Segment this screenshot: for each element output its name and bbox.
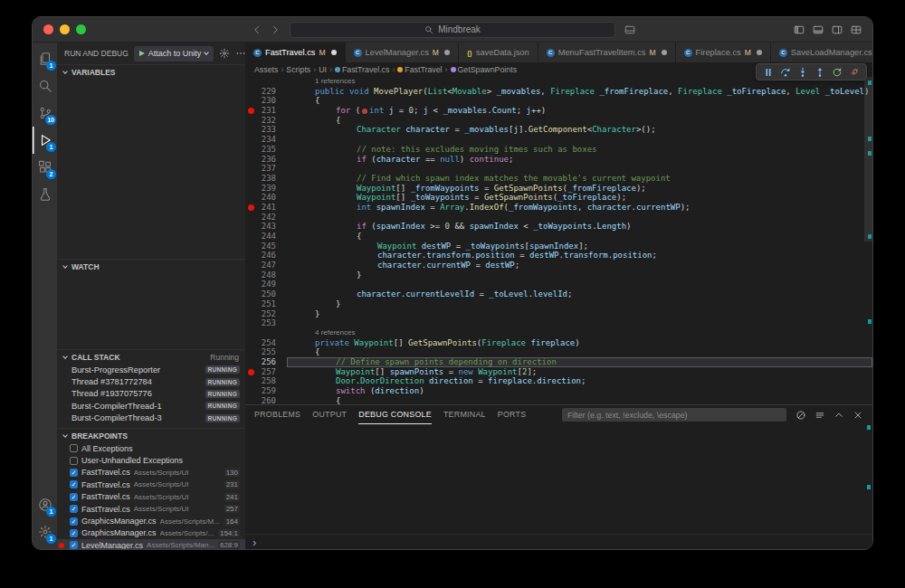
- breakpoint-checkbox[interactable]: [70, 457, 78, 465]
- line-gutter[interactable]: 245: [245, 242, 287, 251]
- line-gutter[interactable]: 251: [245, 299, 287, 309]
- maximize-panel-button-icon[interactable]: [834, 410, 844, 421]
- line-gutter[interactable]: 255: [245, 347, 287, 357]
- step-over-button[interactable]: [780, 67, 791, 78]
- toggle-panel-icon[interactable]: [813, 24, 824, 35]
- call-stack-section-header[interactable]: CALL STACK Running: [57, 350, 245, 364]
- line-gutter[interactable]: 256: [245, 357, 287, 367]
- watch-section-header[interactable]: WATCH: [57, 260, 245, 273]
- breakpoint-checkbox[interactable]: ✓: [70, 517, 78, 526]
- line-gutter[interactable]: 252: [245, 309, 287, 319]
- activity-item-testing[interactable]: [33, 181, 57, 208]
- clear-console-button-icon[interactable]: [795, 410, 806, 421]
- line-gutter[interactable]: 233: [245, 125, 287, 135]
- line-gutter[interactable]: 246: [245, 251, 287, 261]
- code-line-252[interactable]: 252}: [245, 309, 872, 319]
- code-line-230[interactable]: 230{: [245, 96, 872, 106]
- line-gutter[interactable]: 259: [245, 386, 287, 396]
- code-line-245[interactable]: 245Waypoint destWP = _toWaypoints[spawnI…: [245, 242, 872, 251]
- activity-item-run-and-debug[interactable]: 1: [33, 127, 57, 154]
- code-line-234[interactable]: 234: [245, 135, 872, 145]
- command-center-search[interactable]: Mindbreak: [290, 22, 615, 38]
- console-filter-input[interactable]: [562, 408, 786, 422]
- panel-tab-output[interactable]: OUTPUT: [312, 405, 347, 424]
- line-gutter[interactable]: 234: [245, 135, 287, 145]
- breakpoint-checkbox[interactable]: [70, 444, 78, 452]
- restart-button[interactable]: [832, 67, 843, 78]
- line-gutter[interactable]: 240: [245, 193, 287, 203]
- code-line-257[interactable]: 257Waypoint[] spawnPoints = new Waypoint…: [245, 367, 872, 377]
- breakpoint-item[interactable]: ✓FastTravel.csAssets/Scripts/UI231: [57, 479, 245, 490]
- line-gutter[interactable]: 249: [245, 280, 287, 289]
- dirty-dot[interactable]: [331, 50, 337, 55]
- dirty-dot[interactable]: [662, 50, 667, 55]
- line-gutter[interactable]: 232: [245, 116, 287, 126]
- pause-button[interactable]: [763, 67, 774, 78]
- debug-config-dropdown[interactable]: Attach to Unity: [134, 46, 214, 62]
- code-editor[interactable]: 1 references229public void MovePlayer(Li…: [245, 77, 872, 404]
- code-line-240[interactable]: 240Waypoint[] _toWaypoints = GetSpawnPoi…: [245, 193, 872, 203]
- call-stack-thread[interactable]: Burst-CompilerThread-3RUNNING: [57, 413, 245, 424]
- code-line-237[interactable]: 237: [245, 164, 872, 174]
- breakpoint-item[interactable]: ✓FastTravel.csAssets/Scripts/UI241: [57, 491, 245, 503]
- panel-tab-ports[interactable]: PORTS: [498, 405, 527, 424]
- code-line-232[interactable]: 232{: [245, 116, 872, 126]
- breakpoint-item[interactable]: ✓FastTravel.csAssets/Scripts/UI130: [57, 467, 245, 479]
- forward-button[interactable]: [270, 24, 281, 35]
- line-gutter[interactable]: 247: [245, 261, 287, 270]
- line-gutter[interactable]: 243: [245, 222, 287, 232]
- code-line-254[interactable]: 254private Waypoint[] GetSpawnPoints(Fir…: [245, 338, 872, 348]
- breakpoint-item[interactable]: ✓FastTravel.csAssets/Scripts/UI257: [57, 503, 245, 515]
- debug-settings-gear-icon[interactable]: [219, 48, 230, 59]
- code-line-260[interactable]: 260{: [245, 396, 872, 404]
- layout-control-icon[interactable]: [624, 24, 635, 35]
- breakpoint-dot[interactable]: [248, 108, 254, 114]
- close-panel-button-icon[interactable]: [853, 410, 863, 421]
- line-gutter[interactable]: 239: [245, 184, 287, 194]
- activity-item-source-control[interactable]: 10: [33, 100, 57, 127]
- debug-console-output[interactable]: [245, 424, 872, 534]
- breadcrumb-item[interactable]: FastTravel.cs: [335, 65, 389, 74]
- activity-item-manage[interactable]: 1: [33, 518, 57, 545]
- line-gutter[interactable]: 241: [245, 203, 287, 213]
- panel-tab-debug-console[interactable]: DEBUG CONSOLE: [358, 405, 432, 424]
- dirty-dot[interactable]: [444, 50, 450, 55]
- breakpoints-section-header[interactable]: BREAKPOINTS: [57, 429, 245, 442]
- back-button[interactable]: [252, 24, 262, 35]
- line-gutter[interactable]: 235: [245, 145, 287, 155]
- activity-item-extensions[interactable]: 2: [33, 154, 57, 181]
- code-line-249[interactable]: 249: [245, 280, 872, 289]
- code-line-259[interactable]: 259switch (direction): [245, 386, 872, 396]
- zoom-window-button[interactable]: [76, 24, 86, 34]
- panel-tab-problems[interactable]: PROBLEMS: [254, 405, 300, 424]
- breakpoint-item[interactable]: ✓GraphicsManager.csAssets/Scripts/...154…: [57, 527, 245, 539]
- tab-saveData.json[interactable]: {}saveData.json: [459, 43, 538, 62]
- code-line-236[interactable]: 236if (character == null) continue;: [245, 155, 872, 165]
- line-gutter[interactable]: 257: [245, 367, 287, 377]
- tab-SaveLoadManager.cs[interactable]: CSaveLoadManager.cs: [771, 43, 873, 62]
- code-line-244[interactable]: 244{: [245, 232, 872, 242]
- line-gutter[interactable]: 260: [245, 396, 287, 404]
- breakpoint-checkbox[interactable]: ✓: [70, 469, 78, 477]
- minimize-window-button[interactable]: [60, 24, 70, 34]
- call-stack-thread[interactable]: Burst-ProgressReporterRUNNING: [57, 364, 245, 375]
- call-stack-thread[interactable]: Thread #3781772784RUNNING: [57, 375, 245, 387]
- code-line-246[interactable]: 246character.transform.position = destWP…: [245, 251, 872, 261]
- breadcrumb-item[interactable]: GetSpawnPoints: [451, 65, 518, 74]
- code-line-253[interactable]: 253: [245, 318, 872, 328]
- code-line-235[interactable]: 235// note: this excludes moving itmes s…: [245, 145, 872, 155]
- line-gutter[interactable]: 236: [245, 155, 287, 165]
- code-line-233[interactable]: 233Character character = _movables[j].Ge…: [245, 125, 872, 135]
- start-debug-icon[interactable]: [139, 51, 145, 56]
- tab-FastTravel.cs[interactable]: CFastTravel.csM: [245, 43, 346, 62]
- breadcrumb-item[interactable]: UI: [319, 65, 327, 74]
- line-gutter[interactable]: 230: [245, 96, 287, 106]
- code-line-242[interactable]: 242: [245, 213, 872, 223]
- codelens-label[interactable]: 4 references: [287, 328, 872, 338]
- editor-scrollbar-thumb[interactable]: [864, 77, 872, 242]
- toggle-secondary-sidebar-icon[interactable]: [832, 24, 843, 35]
- breakpoint-dot[interactable]: [248, 204, 254, 211]
- breakpoint-checkbox[interactable]: ✓: [70, 541, 78, 549]
- tab-MenuFastTravelItem.cs[interactable]: CMenuFastTravelItem.csM: [538, 43, 676, 62]
- line-gutter[interactable]: 231: [245, 106, 287, 116]
